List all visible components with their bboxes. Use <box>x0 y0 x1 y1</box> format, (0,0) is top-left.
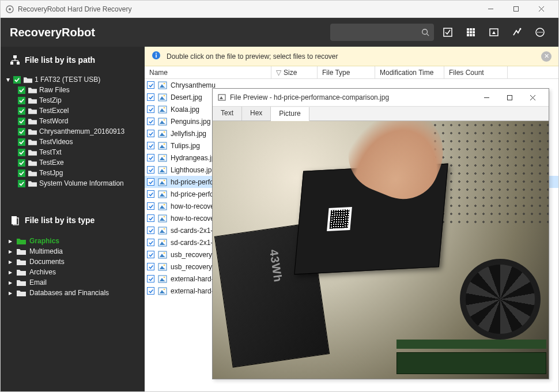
preview-close-button[interactable] <box>521 89 544 106</box>
checkbox-icon[interactable] <box>18 180 25 187</box>
checkbox-icon[interactable] <box>18 159 25 167</box>
recover-button[interactable] <box>508 23 526 42</box>
file-name: Penguins.jpg <box>171 118 210 126</box>
folder-icon <box>28 118 37 125</box>
type-item[interactable]: ▸Databases and Financials <box>1 288 145 298</box>
select-all-button[interactable] <box>439 23 457 42</box>
svg-point-57 <box>164 155 165 157</box>
type-label: Graphics <box>29 237 59 245</box>
column-headers: Name ▽Size File Type Modification Time F… <box>145 66 558 79</box>
folder-icon <box>23 76 32 83</box>
preview-tab-hex[interactable]: Hex <box>242 107 271 120</box>
checkbox-icon[interactable] <box>147 251 154 258</box>
image-file-icon <box>158 202 167 210</box>
grid-view-button[interactable] <box>462 23 480 42</box>
checkbox-icon[interactable] <box>147 93 154 101</box>
preview-window[interactable]: File Preview - hd-price-performance-comp… <box>212 88 549 379</box>
svg-rect-10 <box>470 28 472 31</box>
checkbox-icon[interactable] <box>18 138 25 146</box>
tree-item[interactable]: System Volume Information <box>1 178 145 189</box>
search-input[interactable] <box>335 28 421 36</box>
checkbox-icon[interactable] <box>147 118 154 125</box>
more-options-button[interactable] <box>531 23 549 42</box>
tree-root[interactable]: ▾1 FAT32 (TEST USB) <box>1 74 145 85</box>
checkbox-icon[interactable] <box>147 81 154 89</box>
type-item[interactable]: ▸Documents <box>1 257 145 267</box>
preview-maximize-button[interactable] <box>498 89 521 106</box>
checkbox-icon[interactable] <box>18 86 25 94</box>
checkbox-icon[interactable] <box>147 239 154 246</box>
checkbox-icon[interactable] <box>147 142 154 149</box>
search-icon <box>421 28 429 37</box>
type-item[interactable]: ▸Archives <box>1 267 145 277</box>
window-close-button[interactable] <box>528 1 554 18</box>
checkbox-icon[interactable] <box>147 202 154 210</box>
col-filetype[interactable]: File Type <box>318 66 375 78</box>
type-item[interactable]: ▸Multimedia <box>1 246 145 257</box>
tree-item[interactable]: Raw Files <box>1 85 145 95</box>
tree-item[interactable]: TestExcel <box>1 105 145 116</box>
tree-item[interactable]: TestVideos <box>1 137 145 147</box>
col-size[interactable]: ▽Size <box>271 66 318 78</box>
folder-icon <box>17 238 26 244</box>
image-file-icon <box>158 93 167 101</box>
svg-point-48 <box>164 119 165 120</box>
checkbox-icon[interactable] <box>147 190 154 198</box>
file-name: Desert.jpg <box>171 93 202 101</box>
preview-minimize-button[interactable] <box>475 89 498 106</box>
tree-item[interactable]: TestExe <box>1 157 145 168</box>
type-item[interactable]: ▸Graphics <box>1 236 145 246</box>
type-section-label: File list by its type <box>25 216 95 225</box>
svg-point-60 <box>164 167 165 169</box>
file-name: Jellyfish.jpg <box>171 130 206 138</box>
tree-item[interactable]: TestTxt <box>1 147 145 157</box>
checkbox-icon[interactable] <box>18 118 25 125</box>
preview-tab-text[interactable]: Text <box>213 107 242 120</box>
image-file-icon <box>158 154 167 162</box>
checkbox-icon[interactable] <box>147 227 154 234</box>
checkbox-icon[interactable] <box>147 130 154 137</box>
tree-item[interactable]: Chrysanthemum_20160913 <box>1 126 145 137</box>
image-file-icon <box>158 142 167 150</box>
image-file-icon <box>158 214 167 223</box>
svg-point-42 <box>164 95 165 96</box>
preview-tab-picture[interactable]: Picture <box>271 107 309 121</box>
info-close-button[interactable]: ✕ <box>541 51 552 62</box>
checkbox-icon[interactable] <box>18 169 25 177</box>
col-count[interactable]: Files Count <box>444 66 508 78</box>
checkbox-icon[interactable] <box>18 128 25 135</box>
col-name[interactable]: Name <box>145 66 271 78</box>
col-mtime[interactable]: Modification Time <box>375 66 444 78</box>
checkbox-icon[interactable] <box>147 105 154 113</box>
checkbox-icon[interactable] <box>13 76 21 84</box>
preview-mode-button[interactable] <box>485 23 503 42</box>
tree-item[interactable]: TestJpg <box>1 168 145 178</box>
checkbox-icon[interactable] <box>147 263 154 270</box>
svg-point-75 <box>164 228 165 229</box>
image-file-icon <box>158 263 167 271</box>
checkbox-icon[interactable] <box>147 166 154 174</box>
preview-titlebar[interactable]: File Preview - hd-price-performance-comp… <box>213 89 549 106</box>
type-item[interactable]: ▸Email <box>1 277 145 288</box>
window-minimize-button[interactable] <box>478 1 503 18</box>
tree-item[interactable]: TestZip <box>1 95 145 105</box>
window-maximize-button[interactable] <box>503 1 528 18</box>
checkbox-icon[interactable] <box>147 287 154 295</box>
checkbox-icon[interactable] <box>147 178 154 186</box>
type-label: Databases and Financials <box>29 289 109 297</box>
preview-tabs: Text Hex Picture <box>213 106 549 121</box>
file-name: usb_recovery_ <box>171 251 216 259</box>
checkbox-icon[interactable] <box>147 275 154 282</box>
type-label: Multimedia <box>29 247 63 255</box>
tree-item[interactable]: TestWord <box>1 116 145 126</box>
checkbox-icon[interactable] <box>18 149 25 156</box>
checkbox-icon[interactable] <box>147 214 154 222</box>
folder-icon <box>28 169 37 176</box>
checkbox-icon[interactable] <box>18 97 25 104</box>
tree-label: TestVideos <box>39 138 73 146</box>
folder-icon <box>28 159 37 166</box>
folder-icon <box>17 258 26 265</box>
checkbox-icon[interactable] <box>147 154 154 161</box>
checkbox-icon[interactable] <box>18 107 25 115</box>
search-box[interactable] <box>330 24 434 41</box>
